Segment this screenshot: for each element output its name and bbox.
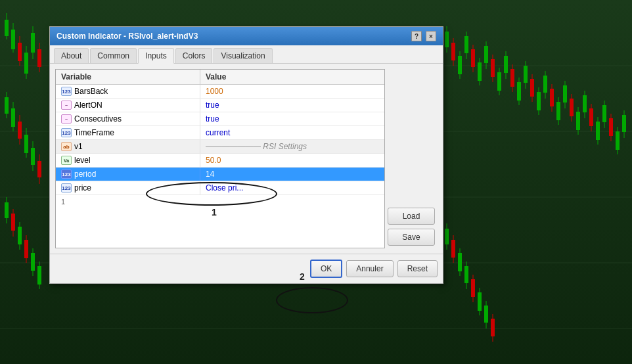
- row-value: true: [200, 112, 384, 125]
- svg-rect-57: [491, 59, 495, 77]
- table-row[interactable]: 123 price Close pri...: [56, 181, 384, 195]
- svg-rect-21: [11, 108, 15, 127]
- row-value: ——————— RSI Settings: [200, 140, 384, 153]
- row-number: 1: [56, 195, 384, 208]
- svg-rect-27: [31, 148, 35, 165]
- svg-rect-23: [18, 122, 22, 139]
- variable-name: v1: [74, 142, 83, 151]
- content-area: Variable Value 123 BarsBack 1000: [50, 64, 443, 254]
- svg-rect-99: [445, 229, 449, 244]
- row-value: 14: [200, 168, 384, 181]
- svg-rect-33: [11, 214, 15, 231]
- variable-name: period: [74, 170, 96, 179]
- table-row-selected[interactable]: 123 period 14: [56, 168, 384, 181]
- svg-rect-81: [570, 99, 574, 116]
- table-row[interactable]: 123 BarsBack 1000: [56, 85, 384, 99]
- svg-rect-31: [5, 202, 9, 218]
- table-row[interactable]: ~ AlertON true: [56, 99, 384, 112]
- svg-rect-93: [609, 118, 613, 136]
- type-icon: ab: [61, 142, 72, 151]
- annotation-number-1: 1: [212, 207, 217, 217]
- title-bar-controls: ? ×: [411, 31, 436, 41]
- table-empty-area: 1: [56, 195, 384, 248]
- tab-inputs[interactable]: Inputs: [138, 48, 174, 64]
- table-row[interactable]: ~ Consecutives true: [56, 112, 384, 126]
- load-button[interactable]: Load: [388, 208, 435, 225]
- data-table: Variable Value 123 BarsBack 1000: [55, 69, 385, 248]
- row-variable: 123 TimeFrame: [56, 126, 200, 139]
- variable-name: Consecutives: [74, 114, 122, 124]
- dialog-window: Custom Indicator - RSIvol_alert-indV3 ? …: [49, 26, 443, 284]
- table-header: Variable Value: [56, 70, 384, 85]
- svg-rect-105: [464, 266, 468, 283]
- svg-rect-79: [563, 85, 567, 102]
- svg-rect-89: [596, 122, 600, 140]
- svg-rect-25: [24, 135, 28, 153]
- tab-bar: About Common Inputs Colors Visualization: [50, 45, 443, 64]
- row-value: true: [200, 99, 384, 112]
- save-button[interactable]: Save: [388, 229, 435, 246]
- svg-rect-55: [484, 46, 488, 63]
- main-content: Variable Value 123 BarsBack 1000: [55, 69, 438, 248]
- svg-rect-87: [589, 108, 593, 126]
- variable-name: level: [74, 156, 91, 165]
- table-row[interactable]: ab v1 ——————— RSI Settings: [56, 140, 384, 154]
- right-button-panel: Load Save: [385, 69, 438, 248]
- svg-rect-15: [31, 33, 35, 53]
- reset-button[interactable]: Reset: [397, 260, 438, 277]
- row-value: current: [200, 126, 384, 139]
- cancel-button[interactable]: Annuler: [346, 260, 393, 277]
- type-icon: 123: [61, 170, 72, 179]
- variable-name: BarsBack: [74, 87, 108, 96]
- help-button[interactable]: ?: [411, 31, 422, 41]
- svg-rect-65: [517, 82, 521, 101]
- col-header-variable: Variable: [56, 70, 200, 84]
- svg-rect-75: [550, 89, 554, 106]
- table-row[interactable]: 123 TimeFrame current: [56, 126, 384, 140]
- variable-name: AlertON: [74, 101, 102, 110]
- svg-rect-109: [478, 292, 482, 311]
- row-value: Close pri...: [200, 181, 384, 194]
- row-variable: Va level: [56, 154, 200, 167]
- tab-common[interactable]: Common: [90, 48, 137, 63]
- dialog-title: Custom Indicator - RSIvol_alert-indV3: [56, 32, 198, 41]
- svg-rect-35: [18, 227, 22, 244]
- svg-rect-107: [471, 279, 475, 297]
- svg-rect-63: [510, 69, 514, 87]
- svg-rect-113: [491, 319, 495, 336]
- svg-rect-29: [37, 161, 41, 177]
- svg-rect-69: [530, 79, 534, 97]
- svg-rect-97: [622, 115, 626, 132]
- row-variable: ~ Consecutives: [56, 112, 200, 125]
- svg-rect-85: [583, 95, 587, 112]
- ok-button[interactable]: OK: [310, 260, 342, 278]
- tab-colors[interactable]: Colors: [175, 48, 213, 63]
- tab-visualization[interactable]: Visualization: [214, 48, 272, 63]
- svg-rect-73: [543, 76, 547, 93]
- svg-rect-71: [537, 92, 541, 110]
- row-variable: 123 BarsBack: [56, 85, 200, 98]
- type-icon: 123: [61, 128, 72, 137]
- svg-rect-111: [484, 306, 488, 323]
- svg-rect-103: [458, 253, 462, 271]
- svg-rect-51: [471, 49, 475, 67]
- svg-rect-95: [616, 131, 620, 150]
- close-button[interactable]: ×: [426, 31, 436, 41]
- type-icon: 123: [61, 183, 72, 193]
- action-buttons: OK Annuler Reset: [310, 260, 438, 278]
- row-variable: ~ AlertON: [56, 99, 200, 112]
- svg-rect-17: [37, 49, 41, 67]
- type-icon: ~: [61, 114, 72, 124]
- annotation-number-2: 2: [300, 271, 305, 282]
- svg-rect-59: [497, 72, 501, 91]
- svg-rect-7: [5, 20, 9, 36]
- table-row[interactable]: Va level 50.0: [56, 154, 384, 168]
- variable-name: TimeFrame: [74, 128, 114, 137]
- svg-rect-37: [24, 240, 28, 258]
- col-header-value: Value: [200, 70, 384, 84]
- svg-rect-101: [451, 240, 455, 258]
- row-value: 1000: [200, 85, 384, 98]
- svg-rect-49: [464, 36, 468, 53]
- row-variable: ab v1: [56, 140, 200, 153]
- tab-about[interactable]: About: [54, 48, 89, 63]
